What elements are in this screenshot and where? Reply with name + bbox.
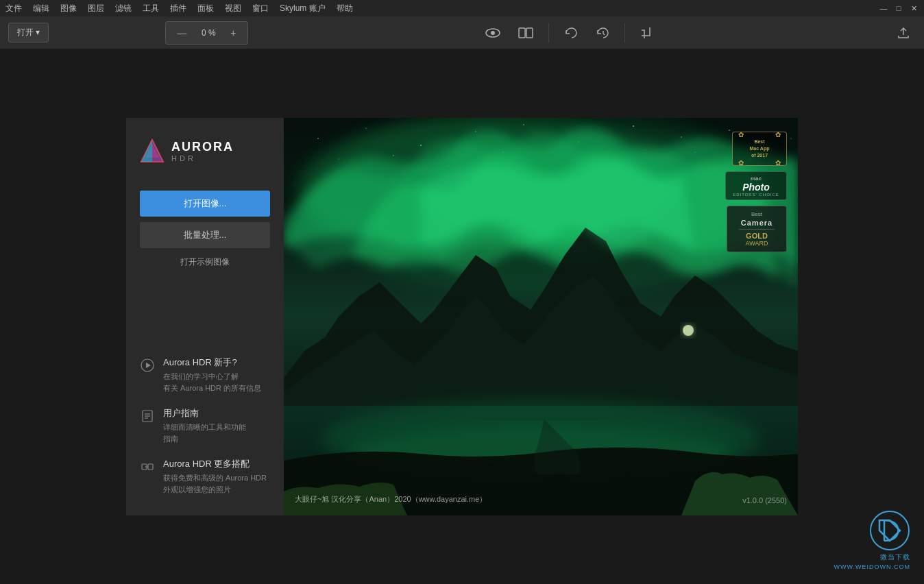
separator-1	[548, 23, 549, 42]
zoom-out-button[interactable]: —	[171, 25, 192, 41]
svg-rect-2	[519, 28, 525, 38]
undo-button[interactable]	[559, 24, 583, 42]
camera-divider	[739, 229, 775, 230]
zoom-control: — 0 % +	[165, 21, 247, 45]
window-controls[interactable]: — □ ✕	[879, 3, 919, 13]
more-desc: 获得免费和高级的 Aurora HDR外观以增强您的照片	[163, 472, 267, 495]
watermark-logo-icon	[869, 510, 910, 551]
mac-award-leaves: ✿ ✿	[735, 131, 783, 138]
help-item-newbie[interactable]: Aurora HDR 新手? 在我们的学习中心了解有关 Aurora HDR 的…	[140, 356, 270, 393]
main-content: AURORA HDR 打开图像... 批量处理... 打开示例图像	[0, 49, 924, 584]
split-view-button[interactable]	[513, 25, 539, 41]
mac-award-leaves-bottom: ✿ ✿	[735, 159, 783, 167]
menu-plugin[interactable]: 插件	[170, 3, 186, 14]
camera-award-sub: AWARD	[746, 240, 768, 247]
logo-name: AURORA	[171, 140, 234, 154]
more-help-text: Aurora HDR 更多搭配 获得免费和高级的 Aurora HDR外观以增强…	[163, 458, 267, 495]
crop-button[interactable]	[635, 23, 659, 42]
mac-award: ✿ ✿ Best Mac App of 2017 ✿ ✿	[732, 132, 787, 166]
export-icon	[897, 26, 910, 40]
guide-desc: 详细而清晰的工具和功能指南	[163, 422, 246, 444]
photo-title: Photo	[742, 182, 770, 193]
logo-text: AURORA HDR	[171, 140, 234, 162]
minimize-button[interactable]: —	[879, 3, 888, 13]
menu-bar[interactable]: 文件 编辑 图像 图层 滤镜 工具 插件 面板 视图 窗口 Skylum 账户 …	[5, 3, 353, 14]
photo-award: mac Photo EDITORS' CHOICE	[725, 171, 787, 200]
svg-point-53	[681, 324, 695, 337]
zoom-value: 0 %	[195, 28, 222, 38]
undo-icon	[564, 27, 578, 39]
photo-subtitle: EDITORS' CHOICE	[733, 193, 779, 197]
photo-award-inner: mac Photo EDITORS' CHOICE	[733, 175, 779, 197]
menu-image[interactable]: 图像	[60, 3, 77, 14]
newbie-title: Aurora HDR 新手?	[163, 356, 261, 369]
menu-panel[interactable]: 面板	[197, 3, 214, 14]
svg-point-29	[729, 130, 730, 131]
help-item-more[interactable]: Aurora HDR 更多搭配 获得免费和高级的 Aurora HDR外观以增强…	[140, 458, 270, 495]
preset-icon	[140, 459, 155, 474]
close-button[interactable]: ✕	[909, 3, 919, 13]
open-image-button[interactable]: 打开图像...	[140, 191, 270, 217]
menu-tool[interactable]: 工具	[143, 3, 159, 14]
export-button[interactable]	[891, 23, 916, 42]
help-section: Aurora HDR 新手? 在我们的学习中心了解有关 Aurora HDR 的…	[140, 356, 270, 495]
menu-filter[interactable]: 滤镜	[115, 3, 132, 14]
left-panel: AURORA HDR 打开图像... 批量处理... 打开示例图像	[126, 118, 284, 515]
play-icon	[140, 358, 155, 373]
split-view-icon	[518, 27, 533, 38]
bottom-info: 大眼仔~旭 汉化分享（Anan）2020（www.dayanzai.me） v1…	[295, 494, 787, 504]
view-eye-button[interactable]	[480, 25, 506, 40]
svg-point-1	[491, 31, 495, 35]
watermark-url: WWW.WEIDOWN.COM	[834, 563, 910, 570]
menu-window[interactable]: 窗口	[252, 3, 269, 14]
watermark: 微当下载 WWW.WEIDOWN.COM	[834, 510, 910, 570]
maximize-button[interactable]: □	[894, 3, 903, 13]
svg-point-22	[365, 127, 366, 128]
crop-icon	[640, 26, 654, 40]
menu-help[interactable]: 帮助	[337, 3, 353, 14]
camera-award: Best Camera GOLD AWARD	[727, 206, 787, 252]
svg-marker-11	[146, 363, 151, 368]
svg-rect-3	[526, 28, 533, 38]
photo-brand: mac	[751, 175, 762, 182]
version-text: v1.0.0 (2550)	[742, 496, 787, 504]
guide-title: 用户指南	[163, 407, 246, 419]
eye-icon	[485, 28, 500, 38]
logo-area: AURORA HDR	[140, 138, 270, 163]
zoom-in-button[interactable]: +	[225, 25, 241, 41]
camera-brand: Camera	[741, 219, 773, 227]
logo-icon	[140, 138, 165, 163]
svg-point-37	[791, 138, 792, 139]
camera-award-label: GOLD	[746, 232, 768, 240]
sample-image-link[interactable]: 打开示例图像	[140, 256, 270, 268]
more-title: Aurora HDR 更多搭配	[163, 458, 267, 470]
menu-layer[interactable]: 图层	[88, 3, 104, 14]
logo-hdr: HDR	[171, 154, 234, 162]
newbie-help-text: Aurora HDR 新手? 在我们的学习中心了解有关 Aurora HDR 的…	[163, 356, 261, 393]
right-panel: ✿ ✿ Best Mac App of 2017 ✿ ✿	[284, 118, 798, 515]
svg-point-21	[317, 138, 319, 139]
hero-image-svg	[284, 118, 798, 515]
menu-view[interactable]: 视图	[225, 3, 241, 14]
batch-process-button[interactable]: 批量处理...	[140, 222, 270, 248]
open-button[interactable]: 打开 ▾	[8, 23, 49, 42]
title-bar: 文件 编辑 图像 图层 滤镜 工具 插件 面板 视图 窗口 Skylum 账户 …	[0, 0, 924, 16]
camera-top: Best	[751, 211, 762, 217]
open-label: 打开 ▾	[17, 27, 40, 38]
separator-2	[624, 23, 625, 42]
newbie-desc: 在我们的学习中心了解有关 Aurora HDR 的所有信息	[163, 371, 261, 393]
mac-award-text: Best Mac App of 2017	[750, 138, 770, 158]
watermark-label: 微当下载	[880, 552, 910, 562]
menu-edit[interactable]: 编辑	[33, 3, 49, 14]
guide-icon	[140, 409, 155, 424]
welcome-dialog: AURORA HDR 打开图像... 批量处理... 打开示例图像	[126, 118, 798, 515]
credit-text: 大眼仔~旭 汉化分享（Anan）2020（www.dayanzai.me）	[295, 494, 487, 504]
svg-point-54	[871, 511, 909, 550]
history-button[interactable]	[590, 24, 615, 42]
help-item-guide[interactable]: 用户指南 详细而清晰的工具和功能指南	[140, 407, 270, 444]
awards-container: ✿ ✿ Best Mac App of 2017 ✿ ✿	[725, 132, 787, 252]
menu-skylum[interactable]: Skylum 账户	[280, 3, 326, 14]
action-buttons: 打开图像... 批量处理... 打开示例图像	[140, 191, 270, 268]
menu-file[interactable]: 文件	[5, 3, 22, 14]
guide-help-text: 用户指南 详细而清晰的工具和功能指南	[163, 407, 246, 444]
